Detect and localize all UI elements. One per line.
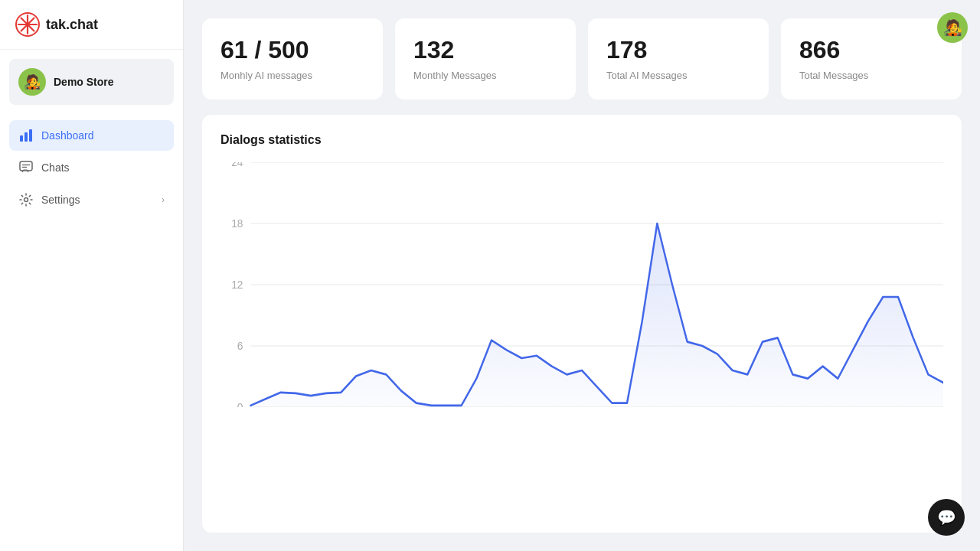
stat-card-monthly-ai: 61 / 500 Monhly AI messages bbox=[202, 18, 383, 99]
settings-label: Settings bbox=[41, 194, 80, 206]
stat-label-monthly-messages: Monthly Messages bbox=[413, 70, 557, 81]
logo-icon bbox=[15, 12, 40, 37]
sidebar-item-dashboard[interactable]: Dashboard bbox=[9, 120, 174, 151]
nav-menu: Dashboard Chats Settings bbox=[0, 114, 183, 221]
stat-label-total-messages: Total Messages bbox=[799, 70, 943, 81]
sidebar-item-chats[interactable]: Chats bbox=[9, 152, 174, 183]
sidebar-item-settings[interactable]: Settings › bbox=[9, 184, 174, 215]
chart-title: Dialogs statistics bbox=[220, 133, 943, 147]
stat-value-total-messages: 866 bbox=[799, 37, 943, 64]
store-name: Demo Store bbox=[54, 76, 114, 88]
svg-text:12: 12 bbox=[231, 279, 243, 292]
svg-point-11 bbox=[24, 198, 28, 202]
stat-card-monthly-messages: 132 Monthly Messages bbox=[395, 18, 576, 99]
chat-fab-icon: 💬 bbox=[937, 508, 956, 527]
svg-marker-22 bbox=[250, 223, 943, 407]
svg-text:24: 24 bbox=[231, 162, 243, 168]
logo-text: tak.chat bbox=[46, 17, 98, 33]
stat-label-monthly-ai: Monhly AI messages bbox=[220, 70, 364, 81]
stat-card-total-ai: 178 Total AI Messages bbox=[588, 18, 769, 99]
stat-card-total-messages: 866 Total Messages bbox=[781, 18, 962, 99]
svg-rect-5 bbox=[20, 135, 23, 142]
store-selector[interactable]: 🧑‍🎤 Demo Store bbox=[9, 59, 174, 105]
stat-value-monthly-messages: 132 bbox=[413, 37, 557, 64]
chart-area: 24 18 12 6 0 May '24 bbox=[220, 162, 943, 407]
svg-rect-7 bbox=[29, 129, 32, 142]
stat-value-total-ai: 178 bbox=[606, 37, 750, 64]
settings-chevron-icon: › bbox=[162, 194, 165, 205]
stats-grid: 61 / 500 Monhly AI messages 132 Monthly … bbox=[202, 18, 962, 99]
chart-icon bbox=[18, 128, 34, 143]
main-content: 61 / 500 Monhly AI messages 132 Monthly … bbox=[184, 0, 980, 551]
chart-card: Dialogs statistics 24 18 12 6 0 bbox=[202, 115, 962, 533]
stat-value-monthly-ai: 61 / 500 bbox=[220, 37, 364, 64]
user-avatar[interactable]: 🧑‍🎤 bbox=[937, 12, 968, 43]
store-avatar: 🧑‍🎤 bbox=[18, 68, 46, 96]
chat-icon bbox=[18, 160, 34, 175]
logo-area: tak.chat bbox=[0, 0, 183, 50]
gear-icon bbox=[18, 192, 34, 207]
dialogs-chart: 24 18 12 6 0 May '24 bbox=[220, 162, 943, 407]
svg-text:6: 6 bbox=[237, 340, 243, 353]
chat-fab-button[interactable]: 💬 bbox=[928, 499, 965, 536]
svg-text:0: 0 bbox=[237, 401, 243, 407]
svg-text:18: 18 bbox=[231, 217, 243, 230]
svg-rect-8 bbox=[20, 161, 32, 171]
svg-rect-6 bbox=[24, 132, 28, 142]
sidebar: tak.chat 🧑‍🎤 Demo Store Dashboard bbox=[0, 0, 184, 551]
chats-label: Chats bbox=[41, 161, 70, 174]
stat-label-total-ai: Total AI Messages bbox=[606, 70, 750, 81]
dashboard-label: Dashboard bbox=[41, 129, 94, 142]
